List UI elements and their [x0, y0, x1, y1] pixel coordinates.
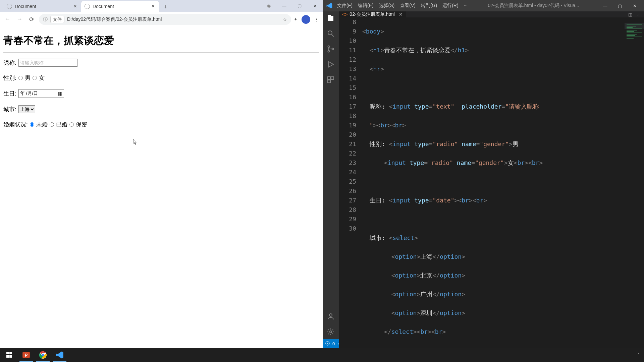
browser-tabs: Document ✕ Document ✕ +: [0, 1, 170, 12]
svg-point-13: [42, 354, 45, 357]
back-button[interactable]: ←: [3, 15, 12, 24]
maximize-button[interactable]: ▢: [612, 0, 627, 11]
gender-male-radio[interactable]: [18, 76, 23, 80]
vscode-window-controls: — ▢ ✕: [598, 0, 642, 11]
search-icon[interactable]: [327, 29, 335, 38]
browser-window: Document ✕ Document ✕ + ◉ — ▢ ✕ ← → ⟳ ⓘ …: [0, 0, 323, 348]
more-icon[interactable]: ···: [637, 12, 641, 17]
file-label: 文件: [50, 16, 64, 23]
errors-icon[interactable]: ⓧ: [325, 341, 330, 347]
taskbar-app-vscode[interactable]: [52, 348, 68, 362]
errors-count[interactable]: 0: [332, 341, 335, 346]
browser-tab-active[interactable]: Document ✕: [81, 1, 159, 12]
marital-opt-text: 未婚: [36, 121, 48, 128]
svg-rect-7: [328, 80, 330, 83]
menu-go[interactable]: 转到(G): [419, 2, 439, 9]
line-numbers: 8910111213141516171819202122232425262728…: [339, 17, 362, 362]
marital-secret-radio[interactable]: [69, 122, 74, 127]
profile-avatar-icon[interactable]: [302, 15, 310, 24]
star-icon[interactable]: ☆: [283, 17, 287, 22]
close-button[interactable]: ✕: [627, 0, 642, 11]
start-button[interactable]: [1, 348, 17, 362]
svg-text:P: P: [25, 353, 28, 358]
marital-row: 婚姻状况: 未婚 已婚 保密: [3, 121, 319, 128]
recording-icon[interactable]: ◉: [261, 0, 276, 12]
split-editor-icon[interactable]: ◫: [628, 12, 632, 17]
marital-unmarried-radio[interactable]: [30, 122, 34, 127]
svg-point-4: [332, 48, 334, 50]
gender-female-text: 女: [39, 74, 45, 82]
menu-file[interactable]: 文件(F): [335, 2, 354, 9]
minimize-button[interactable]: —: [598, 0, 612, 11]
vscode-titlebar: 文件(F) 编辑(E) 选择(S) 查看(V) 转到(G) 运行(R) ··· …: [323, 0, 644, 11]
close-icon[interactable]: ✕: [150, 4, 156, 9]
explorer-icon[interactable]: [327, 14, 335, 22]
svg-rect-6: [331, 77, 334, 79]
nickname-label: 昵称:: [3, 59, 16, 67]
minimap[interactable]: [625, 23, 644, 83]
editor-tab[interactable]: <> 02-会员注册表单.html ✕: [339, 11, 407, 17]
accounts-icon[interactable]: [327, 312, 335, 320]
page-title: 青春不常在，抓紧谈恋爱: [3, 34, 319, 48]
run-debug-icon[interactable]: [327, 60, 335, 68]
tray-chevron-up-icon[interactable]: ˄: [635, 348, 643, 362]
city-select[interactable]: 上海: [18, 105, 35, 113]
birthday-label: 生日:: [3, 90, 16, 98]
code-content[interactable]: <body> <h1>青春不常在，抓紧谈恋爱</h1> <hr> 昵称: <in…: [362, 17, 644, 362]
extensions-icon[interactable]: ✦: [294, 17, 298, 22]
taskbar-app-powerpoint[interactable]: P: [18, 348, 34, 362]
menu-edit[interactable]: 编辑(E): [356, 2, 375, 9]
extensions-icon[interactable]: [327, 76, 335, 84]
vscode-logo-icon: [326, 2, 333, 9]
source-control-icon[interactable]: [327, 45, 335, 53]
minimize-button[interactable]: —: [276, 0, 292, 12]
address-bar[interactable]: ⓘ 文件 D:/day02代码/综合案例/02-会员注册表单.html ☆: [39, 14, 291, 25]
svg-point-9: [330, 331, 332, 333]
close-icon[interactable]: ✕: [72, 4, 78, 9]
settings-gear-icon[interactable]: [327, 328, 335, 336]
gender-female-radio[interactable]: [33, 76, 37, 80]
calendar-icon[interactable]: ▦: [58, 91, 62, 96]
new-tab-button[interactable]: +: [161, 2, 170, 12]
svg-line-1: [332, 35, 334, 37]
birthday-input[interactable]: 年 /月/日 ▦: [18, 89, 64, 98]
html-file-icon: <>: [342, 12, 347, 17]
globe-icon: [7, 4, 12, 9]
gender-row: 性别: 男 女: [3, 74, 319, 82]
menu-more[interactable]: ···: [462, 2, 470, 9]
browser-toolbar: ← → ⟳ ⓘ 文件 D:/day02代码/综合案例/02-会员注册表单.htm…: [0, 12, 323, 27]
browser-tab[interactable]: Document ✕: [3, 1, 81, 12]
svg-point-3: [328, 51, 330, 52]
close-button[interactable]: ✕: [307, 0, 323, 12]
nickname-input[interactable]: [18, 59, 77, 67]
windows-icon: [6, 352, 12, 358]
menu-run[interactable]: 运行(R): [441, 2, 460, 9]
vscode-window: 文件(F) 编辑(E) 选择(S) 查看(V) 转到(G) 运行(R) ··· …: [323, 0, 644, 348]
address-url: D:/day02代码/综合案例/02-会员注册表单.html: [67, 16, 162, 22]
editor-area: <> 02-会员注册表单.html ✕ ◫ ··· 89101112131415…: [339, 11, 644, 339]
marital-married-radio[interactable]: [50, 122, 54, 127]
tab-title: Document: [93, 4, 148, 9]
nickname-row: 昵称:: [3, 59, 319, 67]
marital-opt-text: 保密: [76, 121, 87, 128]
reload-button[interactable]: ⟳: [27, 15, 36, 24]
svg-point-2: [328, 46, 330, 48]
menu-view[interactable]: 查看(V): [398, 2, 417, 9]
marital-opt-text: 已婚: [56, 121, 67, 128]
taskbar-app-chrome[interactable]: [35, 348, 51, 362]
maximize-button[interactable]: ▢: [292, 0, 307, 12]
code-editor[interactable]: 8910111213141516171819202122232425262728…: [339, 17, 644, 362]
divider: [3, 52, 319, 53]
browser-page: 青春不常在，抓紧谈恋爱 昵称: 性别: 男 女 生日: 年 /月/日 ▦ 城市:…: [0, 27, 323, 348]
taskbar: P ˄: [0, 348, 644, 362]
editor-tabs: <> 02-会员注册表单.html ✕ ◫ ···: [339, 11, 644, 17]
svg-point-0: [328, 31, 332, 35]
menu-icon[interactable]: ⋮: [314, 17, 319, 22]
svg-rect-5: [328, 77, 330, 79]
close-icon[interactable]: ✕: [399, 12, 403, 17]
menu-selection[interactable]: 选择(S): [377, 2, 396, 9]
tab-filename: 02-会员注册表单.html: [350, 11, 395, 17]
forward-button[interactable]: →: [15, 15, 24, 24]
info-icon[interactable]: ⓘ: [43, 16, 48, 22]
vscode-icon: [55, 351, 64, 359]
